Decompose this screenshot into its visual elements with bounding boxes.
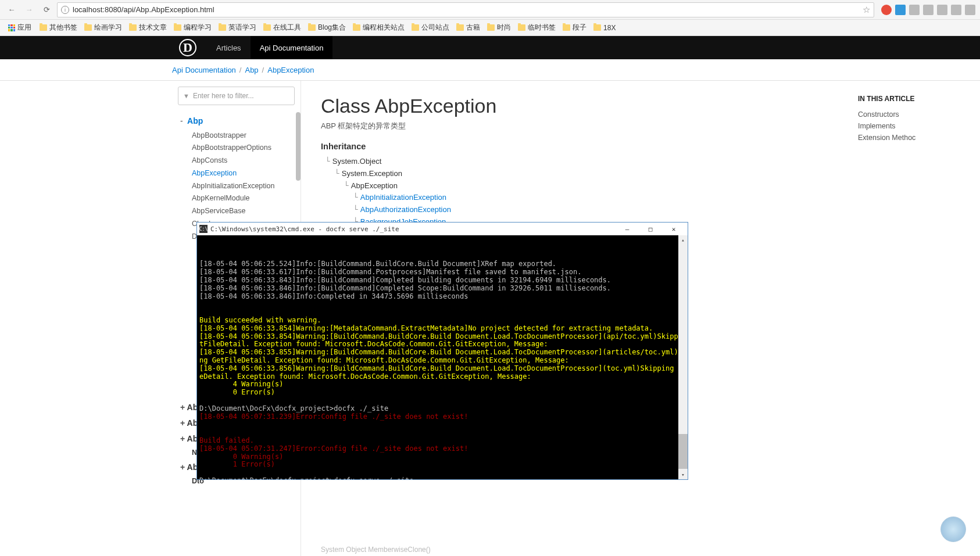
toc-item[interactable]: AbpServiceBase: [180, 205, 301, 218]
terminal-line: tFileDetail. Exception found: Microsoft.…: [199, 340, 685, 349]
page-subtitle: ABP 框架特定的异常类型: [321, 121, 846, 131]
bookmark-folder[interactable]: 公司站点: [408, 21, 453, 34]
extension-icon[interactable]: [909, 5, 920, 15]
bookmark-folder[interactable]: 技术文章: [126, 21, 170, 34]
bookmark-folder[interactable]: 时尚: [484, 21, 514, 34]
inheritance-node[interactable]: └AbpAuthorizationException: [321, 204, 846, 216]
scroll-thumb[interactable]: [678, 434, 688, 469]
close-button[interactable]: ✕: [662, 223, 685, 235]
bookmark-folder[interactable]: 编程学习: [170, 21, 215, 34]
extension-icon[interactable]: [895, 5, 906, 15]
sidebar-scrollbar[interactable]: [296, 112, 301, 181]
filter-box[interactable]: ▼: [178, 87, 295, 105]
toc-group-abp[interactable]: - Abp: [180, 113, 301, 129]
terminal-line: 0 Warning(s): [199, 453, 685, 461]
folder-icon: [456, 24, 464, 31]
terminal-line: eDetail. Exception found: Microsoft.DocA…: [199, 373, 685, 381]
site-header: D ArticlesApi Documentation: [0, 36, 980, 59]
breadcrumb-link[interactable]: Api Documentation: [172, 66, 236, 74]
bookmark-label: 18X: [603, 24, 616, 32]
terminal-line: [18-05-04 05:06:33.617]Info:[BuildComman…: [199, 268, 685, 277]
bookmark-label: 古籍: [466, 23, 480, 33]
rail-title: IN THIS ARTICLE: [858, 95, 980, 103]
site-logo[interactable]: D: [179, 39, 196, 56]
terminal-body[interactable]: ▴ ▾ [18-05-04 05:06:25.524]Info:[BuildCo…: [197, 235, 688, 479]
bookmark-folder[interactable]: 在线工具: [260, 21, 305, 34]
rail-link[interactable]: Extension Methoc: [858, 132, 980, 144]
toc-item[interactable]: AbpBootstrapperOptions: [180, 142, 301, 155]
reload-button[interactable]: ⟳: [40, 3, 53, 17]
bookmark-folder[interactable]: 临时书签: [514, 21, 559, 34]
toc-item[interactable]: AbpInitializationException: [180, 180, 301, 192]
bookmark-label: 公司站点: [421, 23, 449, 33]
filter-icon: ▼: [183, 92, 189, 99]
folder-icon: [308, 24, 316, 31]
bookmark-folder[interactable]: 段子: [559, 21, 590, 34]
scroll-down-icon[interactable]: ▾: [678, 470, 688, 479]
address-bar[interactable]: i localhost:8080/api/Abp.AbpException.ht…: [57, 2, 874, 17]
bookmark-star-icon[interactable]: ☆: [863, 5, 870, 15]
terminal-line: [18-05-04 05:07:31.239]Error:Config file…: [199, 413, 685, 421]
bookmark-folder[interactable]: 古籍: [453, 21, 484, 34]
terminal-titlebar[interactable]: C:\ C:\Windows\system32\cmd.exe - docfx …: [197, 223, 688, 235]
folder-icon: [593, 24, 601, 31]
cut-off-text: System Object MemberwiseClone(): [321, 546, 431, 554]
breadcrumb-link[interactable]: AbpException: [267, 66, 314, 74]
extension-icon[interactable]: [951, 5, 961, 15]
floating-avatar[interactable]: [940, 516, 966, 542]
rail-link[interactable]: Constructors: [858, 109, 980, 120]
folder-icon: [353, 24, 360, 31]
bookmark-folder[interactable]: 英语学习: [215, 21, 260, 34]
terminal-line: 1 Error(s): [199, 461, 685, 469]
extension-icon[interactable]: [923, 5, 933, 15]
bookmark-label: Blog集合: [318, 23, 346, 33]
maximize-button[interactable]: □: [639, 223, 662, 235]
url-text: localhost:8080/api/Abp.AbpException.html: [73, 5, 859, 14]
bookmark-label: 编程相关站点: [363, 23, 405, 33]
terminal-line: [18-05-04 05:06:33.843]Info:[BuildComman…: [199, 277, 685, 285]
opera-icon[interactable]: [881, 5, 892, 15]
forward-button[interactable]: →: [22, 3, 36, 17]
bookmark-folder[interactable]: 绘画学习: [81, 21, 126, 34]
inheritance-node[interactable]: └AbpInitializationException: [321, 192, 846, 204]
extension-icon[interactable]: [965, 5, 975, 15]
toc-item[interactable]: AbpConsts: [180, 155, 301, 167]
toc-item[interactable]: AbpException: [180, 167, 301, 180]
terminal-line: 4 Warning(s): [199, 381, 685, 389]
terminal-line: [18-05-04 05:06:25.524]Info:[BuildComman…: [199, 260, 685, 268]
toc-item[interactable]: AbpBootstrapper: [180, 129, 301, 142]
back-button[interactable]: ←: [5, 3, 19, 17]
rail-link[interactable]: Implements: [858, 120, 980, 132]
info-icon[interactable]: i: [61, 6, 69, 14]
terminal-line: [18-05-04 05:06:33.855]Warning:[BuildCom…: [199, 349, 685, 357]
folder-icon: [518, 24, 525, 31]
breadcrumb-link[interactable]: Abp: [245, 66, 258, 74]
terminal-line: [18-05-04 05:06:33.846]Info:Completed in…: [199, 293, 685, 301]
extension-icon[interactable]: [937, 5, 947, 15]
bookmark-label: 临时书签: [528, 23, 556, 33]
cmd-icon: C:\: [199, 225, 208, 233]
folder-icon: [84, 24, 92, 31]
breadcrumb: Api Documentation/Abp/AbpException: [0, 59, 980, 81]
inheritance-node: └System.Object: [321, 156, 846, 168]
filter-input[interactable]: [193, 92, 289, 100]
terminal-scrollbar[interactable]: ▴ ▾: [678, 235, 688, 479]
folder-icon: [129, 24, 137, 31]
bookmark-folder[interactable]: 其他书签: [36, 21, 81, 34]
nav-api-documentation[interactable]: Api Documentation: [251, 36, 333, 59]
terminal-window[interactable]: C:\ C:\Windows\system32\cmd.exe - docfx …: [196, 222, 688, 480]
bookmark-folder[interactable]: Blog集合: [305, 21, 349, 34]
bookmark-folder[interactable]: 18X: [590, 21, 619, 34]
toc-item[interactable]: AbpKernelModule: [180, 192, 301, 205]
minimize-button[interactable]: —: [616, 223, 639, 235]
apps-button[interactable]: 应用: [5, 21, 35, 34]
nav-articles[interactable]: Articles: [207, 36, 251, 59]
terminal-line: [18-05-04 05:06:33.854]Warning:[Metadata…: [199, 325, 685, 333]
folder-icon: [412, 24, 419, 31]
inheritance-node: └System.Exception: [321, 168, 846, 180]
bookmark-label: 绘画学习: [94, 23, 122, 33]
bookmark-label: 技术文章: [139, 23, 167, 33]
bookmark-label: 其他书签: [49, 23, 77, 33]
bookmark-folder[interactable]: 编程相关站点: [349, 21, 408, 34]
scroll-up-icon[interactable]: ▴: [678, 235, 688, 245]
